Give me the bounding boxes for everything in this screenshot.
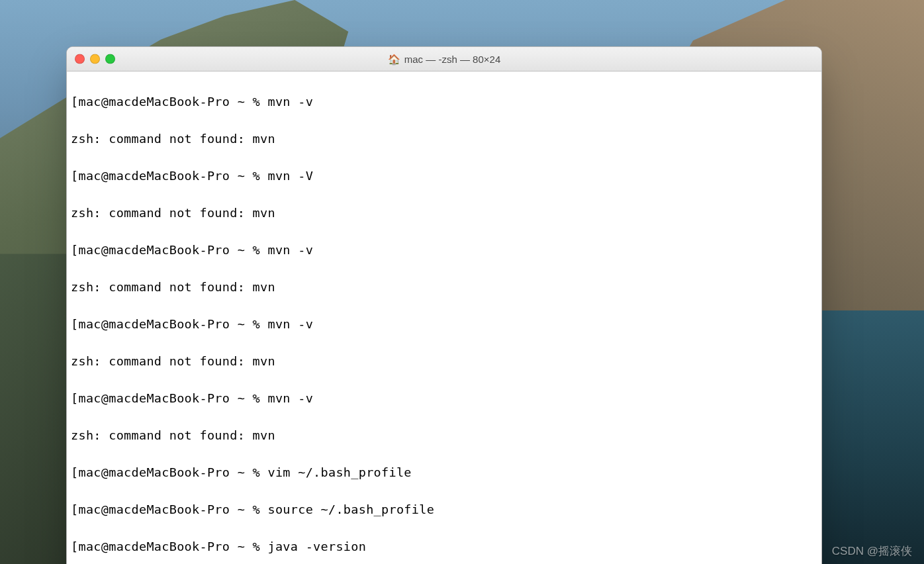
terminal-line: [mac@macdeMacBook-Pro ~ % mvn -v — [71, 389, 817, 408]
terminal-window[interactable]: 🏠 mac — -zsh — 80×24 [mac@macdeMacBook-P… — [66, 46, 822, 564]
home-icon: 🏠 — [388, 54, 400, 64]
desktop-wallpaper: 🏠 mac — -zsh — 80×24 [mac@macdeMacBook-P… — [0, 0, 924, 564]
window-titlebar[interactable]: 🏠 mac — -zsh — 80×24 — [67, 47, 821, 71]
terminal-line: zsh: command not found: mvn — [71, 130, 817, 148]
window-title: 🏠 mac — -zsh — 80×24 — [67, 54, 821, 65]
terminal-line: zsh: command not found: mvn — [71, 278, 817, 297]
terminal-line: [mac@macdeMacBook-Pro ~ % mvn -v — [71, 315, 817, 334]
watermark-text: CSDN @摇滚侠 — [832, 543, 912, 559]
terminal-line: [mac@macdeMacBook-Pro ~ % java -version — [71, 538, 817, 556]
terminal-line: [mac@macdeMacBook-Pro ~ % mvn -V — [71, 167, 817, 185]
terminal-line: [mac@macdeMacBook-Pro ~ % mvn -v — [71, 93, 817, 111]
terminal-line: [mac@macdeMacBook-Pro ~ % vim ~/.bash_pr… — [71, 463, 817, 482]
window-title-text: mac — -zsh — 80×24 — [404, 54, 500, 65]
terminal-line: zsh: command not found: mvn — [71, 426, 817, 445]
terminal-line: [mac@macdeMacBook-Pro ~ % source ~/.bash… — [71, 500, 817, 519]
terminal-output[interactable]: [mac@macdeMacBook-Pro ~ % mvn -v zsh: co… — [67, 71, 821, 564]
terminal-line: zsh: command not found: mvn — [71, 204, 817, 222]
terminal-line: [mac@macdeMacBook-Pro ~ % mvn -v — [71, 241, 817, 259]
terminal-line: zsh: command not found: mvn — [71, 352, 817, 371]
